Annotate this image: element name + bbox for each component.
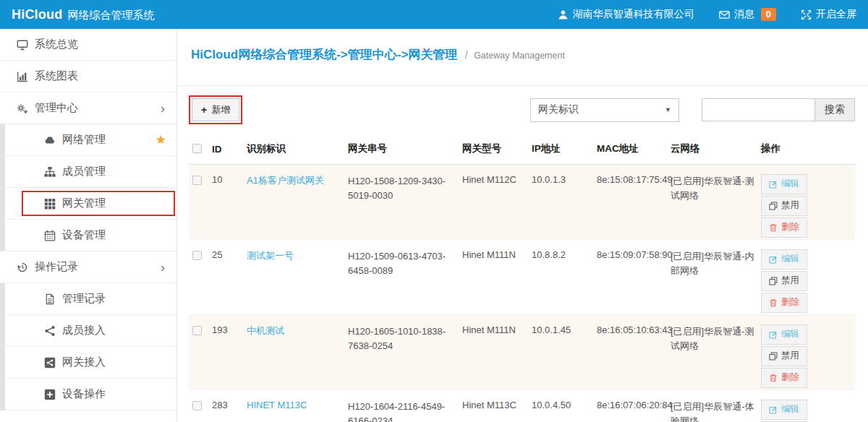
gateway-name-link[interactable]: HINET M113C	[247, 400, 307, 410]
cell-ip: 10.8.8.2	[532, 249, 597, 260]
cell-actions: 编辑禁用删除	[761, 249, 855, 314]
sidebar-item-management-records[interactable]: 管理记录	[0, 283, 176, 315]
app-logo[interactable]: HiCloud 网络综合管理系统	[12, 7, 154, 22]
messages-menu[interactable]: 消息 0	[719, 8, 776, 21]
edit-button[interactable]: 编辑	[761, 249, 807, 270]
gateway-name-link[interactable]: 测试架一号	[247, 250, 294, 261]
trash-icon	[769, 223, 778, 232]
gateway-name-link[interactable]: A1栋客户测试网关	[247, 175, 324, 186]
table-header-row: ID识别标识网关串号网关型号IP地址MAC地址云网络操作	[189, 134, 855, 165]
gateway-name-link[interactable]: 中机测试	[247, 325, 284, 336]
cell-actions: 编辑禁用删除	[761, 174, 855, 239]
row-checkbox[interactable]	[192, 401, 202, 410]
edit-button[interactable]: 编辑	[761, 400, 807, 420]
sidebar-item-network-management[interactable]: 网络管理★	[0, 124, 176, 156]
sidebar-item-device-management[interactable]: 设备管理	[0, 220, 176, 251]
sidebar-item-management-center[interactable]: 管理中心›	[0, 92, 176, 124]
trash-icon	[769, 374, 778, 382]
envelope-icon	[719, 9, 730, 20]
sidebar-item-label: 成员接入	[62, 324, 166, 337]
sidebar-item-label: 网关管理	[62, 197, 166, 210]
disable-button[interactable]: 禁用	[761, 196, 807, 216]
main-content: HiCloud网络综合管理系统->管理中心->网关管理 / Gateway Ma…	[177, 29, 868, 422]
disable-button[interactable]: 禁用	[761, 346, 807, 366]
breadcrumb-subtitle: Gateway Management	[474, 51, 565, 61]
sidebar-item-system-charts[interactable]: 系统图表	[0, 61, 176, 92]
fullscreen-button[interactable]: 开启全屏	[801, 8, 856, 21]
breadcrumb: HiCloud网络综合管理系统->管理中心->网关管理 / Gateway Ma…	[177, 29, 868, 86]
chevron-right-icon: ›	[161, 102, 165, 115]
sidebar-item-system-overview[interactable]: 系统总览	[0, 29, 176, 61]
messages-label: 消息	[734, 8, 754, 21]
cell-serial: H120-1508-1209-3430-5019-0030	[348, 174, 462, 203]
delete-button[interactable]: 删除	[761, 218, 807, 238]
grid-icon	[43, 198, 56, 210]
cell-id: 283	[212, 400, 247, 410]
edit-button[interactable]: 编辑	[761, 324, 807, 345]
table-row: 25测试架一号H120-1509-0613-4703-6458-0089Hine…	[189, 240, 855, 315]
sidebar-item-label: 系统总览	[35, 38, 166, 51]
brand-suffix: 网络综合管理系统	[67, 9, 154, 22]
calendar-icon	[43, 230, 56, 241]
sidebar-item-device-operations[interactable]: 设备操作	[0, 379, 176, 410]
brand-name: HiCloud	[12, 7, 62, 22]
sidebar-item-label: 设备管理	[62, 228, 166, 242]
edit-icon	[769, 180, 778, 189]
trash-icon	[769, 298, 778, 307]
search-button[interactable]: 搜索	[814, 98, 855, 121]
cell-id: 10	[212, 174, 247, 185]
row-checkbox[interactable]	[192, 251, 202, 260]
plus-icon: +	[201, 105, 207, 115]
cell-actions: 编辑禁用删除	[761, 400, 855, 422]
cell-ip: 10.0.1.3	[532, 174, 597, 185]
sidebar-item-label: 设备操作	[62, 387, 166, 401]
share-square-icon	[43, 357, 56, 369]
account-menu[interactable]: 湖南华辰智通科技有限公司	[558, 8, 694, 21]
sidebar-item-gateway-access[interactable]: 网关接入	[0, 347, 176, 379]
cell-serial: H120-1509-0613-4703-6458-0089	[348, 249, 462, 278]
sidebar-item-member-management[interactable]: 成员管理	[0, 156, 176, 188]
delete-button[interactable]: 删除	[761, 293, 807, 313]
breadcrumb-separator: /	[465, 49, 468, 61]
sidebar-item-label: 操作记录	[35, 260, 161, 274]
row-checkbox[interactable]	[192, 326, 202, 335]
select-all-checkbox[interactable]	[192, 144, 202, 153]
edit-icon	[769, 405, 778, 414]
fullscreen-label: 开启全屏	[816, 8, 856, 21]
sidebar-item-label: 网络管理	[62, 133, 156, 147]
star-icon: ★	[156, 132, 166, 147]
cell-mac: 8e:15:08:17:75:49	[597, 174, 671, 185]
filter-select[interactable]: 网关标识 ▼	[530, 98, 679, 122]
history-icon	[15, 262, 29, 273]
cell-mac: 8e:16:05:10:63:43	[597, 324, 671, 335]
row-checkbox[interactable]	[192, 176, 202, 185]
search-input[interactable]	[702, 98, 815, 121]
cell-model: Hinet M112C	[462, 174, 532, 185]
clone-icon	[769, 352, 778, 361]
cell-serial: H120-1605-1010-1838-7638-0254	[348, 324, 462, 353]
sidebar-item-gateway-management[interactable]: 网关管理	[0, 188, 176, 220]
table-row: 10A1栋客户测试网关H120-1508-1209-3430-5019-0030…	[189, 165, 855, 240]
topbar-menu: 湖南华辰智通科技有限公司 消息 0 开启全屏	[558, 8, 856, 21]
add-button-label: 新增	[211, 103, 230, 116]
cell-cloud-network: [已启用]华辰智通-体验网络	[671, 400, 761, 422]
user-icon	[558, 9, 569, 20]
cell-id: 25	[212, 249, 247, 260]
sidebar-item-label: 系统图表	[35, 69, 166, 83]
edit-button[interactable]: 编辑	[761, 174, 807, 194]
table-toolbar: + 新增 网关标识 ▼ 搜索	[177, 86, 868, 132]
column-header: MAC地址	[597, 142, 671, 155]
disable-button[interactable]: 禁用	[761, 271, 807, 291]
delete-button[interactable]: 删除	[761, 368, 807, 388]
sitemap-icon	[43, 166, 56, 178]
sidebar-item-label: 成员管理	[62, 165, 166, 178]
cloud-icon	[43, 134, 56, 146]
gears-icon	[15, 103, 29, 114]
sidebar-item-member-access[interactable]: 成员接入	[0, 315, 176, 347]
sidebar-item-label: 网关接入	[62, 356, 166, 369]
cell-cloud-network: [已启用]华辰智通-测试网络	[671, 174, 761, 203]
table-row: 283HINET M113CH120-1604-2116-4549-6166-0…	[189, 390, 855, 422]
sidebar-item-operation-records[interactable]: 操作记录›	[0, 251, 176, 283]
add-button[interactable]: + 新增	[192, 98, 239, 121]
cell-model: Hinet M111N	[462, 249, 532, 260]
